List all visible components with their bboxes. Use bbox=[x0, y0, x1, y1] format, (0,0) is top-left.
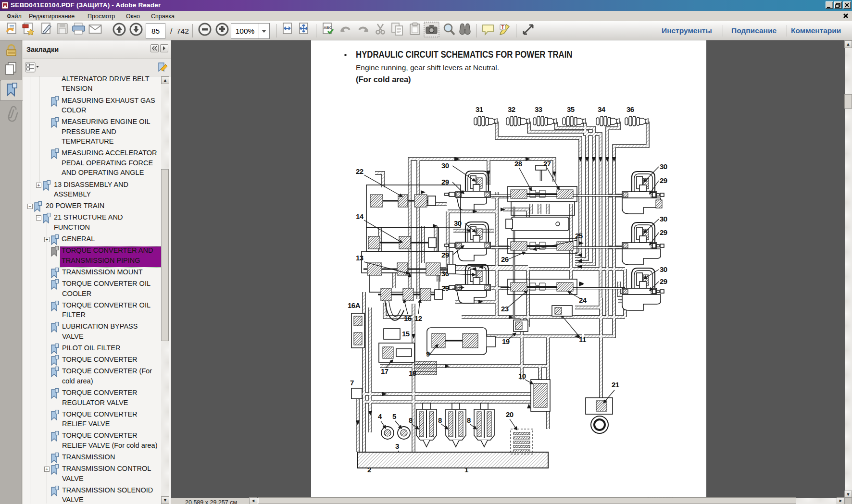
svg-text:29: 29 bbox=[660, 277, 667, 285]
svg-text:5: 5 bbox=[392, 412, 396, 420]
svg-text:29: 29 bbox=[660, 176, 667, 184]
svg-text:34: 34 bbox=[598, 105, 606, 113]
svg-text:10: 10 bbox=[518, 372, 526, 380]
svg-text:19: 19 bbox=[502, 337, 510, 345]
svg-text:11: 11 bbox=[579, 335, 586, 344]
svg-text:25: 25 bbox=[575, 232, 583, 240]
svg-text:8: 8 bbox=[438, 416, 442, 424]
svg-text:12: 12 bbox=[414, 314, 422, 322]
svg-text:18: 18 bbox=[409, 369, 416, 377]
svg-text:26: 26 bbox=[501, 255, 509, 263]
svg-text:27: 27 bbox=[543, 160, 551, 168]
svg-text:28: 28 bbox=[514, 160, 522, 168]
svg-text:29: 29 bbox=[441, 251, 449, 259]
svg-text:31: 31 bbox=[476, 105, 483, 113]
svg-text:20: 20 bbox=[506, 410, 514, 418]
svg-text:14: 14 bbox=[356, 212, 364, 221]
svg-text:17: 17 bbox=[381, 367, 388, 375]
svg-text:16A: 16A bbox=[348, 301, 361, 309]
svg-text:8: 8 bbox=[467, 416, 471, 424]
svg-text:T: T bbox=[501, 25, 504, 30]
svg-text:36: 36 bbox=[626, 105, 634, 113]
svg-text:33: 33 bbox=[535, 105, 542, 113]
svg-text:ABC: ABC bbox=[324, 25, 332, 30]
svg-text:30: 30 bbox=[441, 161, 449, 170]
svg-text:23: 23 bbox=[501, 305, 509, 313]
svg-text:22: 22 bbox=[356, 167, 363, 175]
svg-text:29: 29 bbox=[660, 228, 667, 236]
svg-text:16: 16 bbox=[404, 314, 412, 322]
svg-text:35: 35 bbox=[567, 105, 575, 113]
svg-text:4: 4 bbox=[378, 412, 382, 420]
svg-text:15: 15 bbox=[402, 330, 410, 338]
svg-text:8: 8 bbox=[409, 416, 413, 424]
svg-text:24: 24 bbox=[579, 296, 587, 304]
svg-text:7: 7 bbox=[350, 379, 354, 387]
svg-text:30: 30 bbox=[660, 265, 667, 273]
svg-text:9: 9 bbox=[426, 350, 430, 358]
svg-text:30: 30 bbox=[660, 215, 667, 223]
svg-text:32: 32 bbox=[508, 105, 515, 113]
svg-text:3: 3 bbox=[395, 442, 399, 450]
svg-text:30: 30 bbox=[660, 162, 667, 171]
svg-text:13: 13 bbox=[356, 254, 363, 262]
svg-text:21: 21 bbox=[612, 381, 619, 389]
